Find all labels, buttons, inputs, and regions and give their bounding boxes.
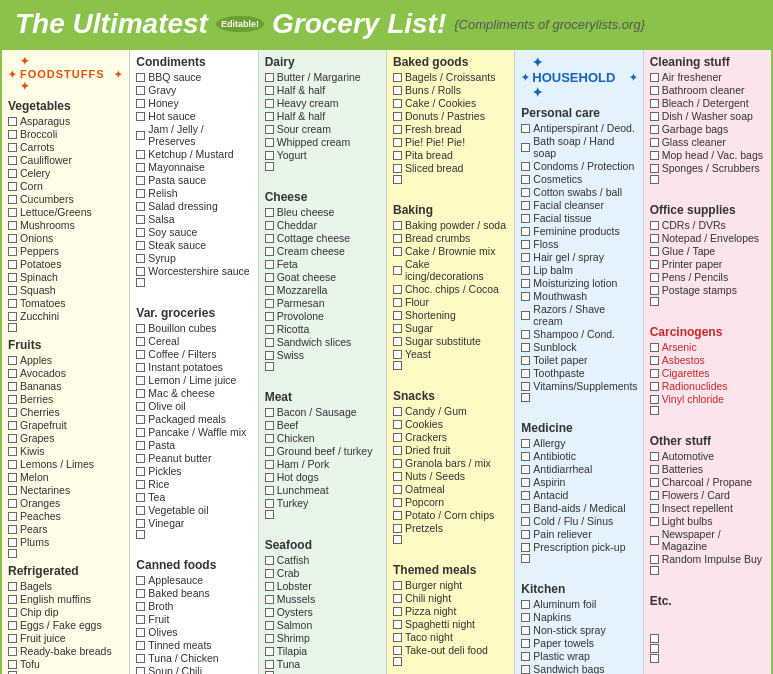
- baked-list-checkbox-7[interactable]: [393, 164, 402, 173]
- vegetables-list-checkbox-3[interactable]: [8, 156, 17, 165]
- var-list-checkbox-0[interactable]: [136, 324, 145, 333]
- var-list-checkbox-10[interactable]: [136, 454, 145, 463]
- cheese-list-checkbox-1[interactable]: [265, 221, 274, 230]
- carcinogens-list-checkbox-2[interactable]: [650, 369, 659, 378]
- themed-list-checkbox-5[interactable]: [393, 646, 402, 655]
- vegetables-list-checkbox-10[interactable]: [8, 247, 17, 256]
- kitchen-list-checkbox-0[interactable]: [521, 600, 530, 609]
- refrigerated-list-checkbox-6[interactable]: [8, 660, 17, 669]
- condiments-list-checkbox-10[interactable]: [136, 215, 145, 224]
- office-list-checkbox-2[interactable]: [650, 247, 659, 256]
- meat-list-checkbox-3[interactable]: [265, 447, 274, 456]
- seafood-list-checkbox-0[interactable]: [265, 556, 274, 565]
- office-list-checkbox-1[interactable]: [650, 234, 659, 243]
- snacks-list-checkbox-empty[interactable]: [393, 535, 402, 544]
- condiments-list-checkbox-14[interactable]: [136, 267, 145, 276]
- seafood-list-checkbox-4[interactable]: [265, 608, 274, 617]
- meat-list-checkbox-4[interactable]: [265, 460, 274, 469]
- cheese-list-checkbox-empty[interactable]: [265, 362, 274, 371]
- var-list-checkbox-3[interactable]: [136, 363, 145, 372]
- baking-list-checkbox-1[interactable]: [393, 234, 402, 243]
- baking-list-checkbox-8[interactable]: [393, 337, 402, 346]
- baking-list-checkbox-2[interactable]: [393, 247, 402, 256]
- seafood-list-checkbox-1[interactable]: [265, 569, 274, 578]
- other-list-checkbox-3[interactable]: [650, 491, 659, 500]
- other-list-checkbox-1[interactable]: [650, 465, 659, 474]
- fruits-list-checkbox-11[interactable]: [8, 499, 17, 508]
- other-list-checkbox-2[interactable]: [650, 478, 659, 487]
- snacks-list-checkbox-2[interactable]: [393, 433, 402, 442]
- medicine-list-checkbox-4[interactable]: [521, 491, 530, 500]
- meat-list-checkbox-1[interactable]: [265, 421, 274, 430]
- fruits-list-checkbox-2[interactable]: [8, 382, 17, 391]
- cleaning-list-checkbox-0[interactable]: [650, 73, 659, 82]
- office-list-checkbox-3[interactable]: [650, 260, 659, 269]
- dairy-list-checkbox-4[interactable]: [265, 125, 274, 134]
- themed-list-checkbox-2[interactable]: [393, 607, 402, 616]
- condiments-list-checkbox-11[interactable]: [136, 228, 145, 237]
- personal-list-checkbox-0[interactable]: [521, 124, 530, 133]
- seafood-list-checkbox-8[interactable]: [265, 660, 274, 669]
- fruits-list-checkbox-empty[interactable]: [8, 549, 17, 558]
- personal-list-checkbox-3[interactable]: [521, 175, 530, 184]
- dairy-list-checkbox-1[interactable]: [265, 86, 274, 95]
- var-list-checkbox-1[interactable]: [136, 337, 145, 346]
- dairy-list-checkbox-6[interactable]: [265, 151, 274, 160]
- medicine-list-checkbox-0[interactable]: [521, 439, 530, 448]
- canned-list-checkbox-1[interactable]: [136, 589, 145, 598]
- personal-list-checkbox-7[interactable]: [521, 227, 530, 236]
- personal-list-checkbox-18[interactable]: [521, 382, 530, 391]
- vegetables-list-checkbox-6[interactable]: [8, 195, 17, 204]
- kitchen-list-checkbox-2[interactable]: [521, 626, 530, 635]
- canned-list-checkbox-3[interactable]: [136, 615, 145, 624]
- fruits-list-checkbox-9[interactable]: [8, 473, 17, 482]
- fruits-list-checkbox-7[interactable]: [8, 447, 17, 456]
- var-list-checkbox-8[interactable]: [136, 428, 145, 437]
- personal-list-checkbox-9[interactable]: [521, 253, 530, 262]
- vegetables-list-checkbox-13[interactable]: [8, 286, 17, 295]
- snacks-list-checkbox-4[interactable]: [393, 459, 402, 468]
- seafood-list-checkbox-5[interactable]: [265, 621, 274, 630]
- vegetables-list-checkbox-8[interactable]: [8, 221, 17, 230]
- carcinogens-list-checkbox-4[interactable]: [650, 395, 659, 404]
- var-list-checkbox-5[interactable]: [136, 389, 145, 398]
- personal-list-checkbox-6[interactable]: [521, 214, 530, 223]
- baking-list-checkbox-6[interactable]: [393, 311, 402, 320]
- cheese-list-checkbox-4[interactable]: [265, 260, 274, 269]
- medicine-list-checkbox-5[interactable]: [521, 504, 530, 513]
- var-list-checkbox-2[interactable]: [136, 350, 145, 359]
- canned-list-checkbox-4[interactable]: [136, 628, 145, 637]
- etc-checkbox-3[interactable]: [650, 654, 659, 663]
- other-list-checkbox-7[interactable]: [650, 555, 659, 564]
- other-list-checkbox-4[interactable]: [650, 504, 659, 513]
- vegetables-list-checkbox-1[interactable]: [8, 130, 17, 139]
- var-list-checkbox-7[interactable]: [136, 415, 145, 424]
- snacks-list-checkbox-3[interactable]: [393, 446, 402, 455]
- fruits-list-checkbox-12[interactable]: [8, 512, 17, 521]
- meat-list-checkbox-empty[interactable]: [265, 510, 274, 519]
- themed-list-checkbox-empty[interactable]: [393, 657, 402, 666]
- fruits-list-checkbox-1[interactable]: [8, 369, 17, 378]
- snacks-list-checkbox-7[interactable]: [393, 498, 402, 507]
- var-list-checkbox-13[interactable]: [136, 493, 145, 502]
- medicine-list-checkbox-7[interactable]: [521, 530, 530, 539]
- carcinogens-list-checkbox-1[interactable]: [650, 356, 659, 365]
- var-list-checkbox-14[interactable]: [136, 506, 145, 515]
- personal-list-checkbox-8[interactable]: [521, 240, 530, 249]
- office-list-checkbox-empty[interactable]: [650, 297, 659, 306]
- baked-list-checkbox-5[interactable]: [393, 138, 402, 147]
- fruits-list-checkbox-14[interactable]: [8, 538, 17, 547]
- baking-list-checkbox-4[interactable]: [393, 285, 402, 294]
- themed-list-checkbox-4[interactable]: [393, 633, 402, 642]
- condiments-list-checkbox-5[interactable]: [136, 150, 145, 159]
- medicine-list-checkbox-2[interactable]: [521, 465, 530, 474]
- cleaning-list-checkbox-3[interactable]: [650, 112, 659, 121]
- baking-list-checkbox-9[interactable]: [393, 350, 402, 359]
- condiments-list-checkbox-0[interactable]: [136, 73, 145, 82]
- personal-list-checkbox-2[interactable]: [521, 162, 530, 171]
- cleaning-list-checkbox-4[interactable]: [650, 125, 659, 134]
- office-list-checkbox-5[interactable]: [650, 286, 659, 295]
- personal-list-checkbox-empty[interactable]: [521, 393, 530, 402]
- themed-list-checkbox-3[interactable]: [393, 620, 402, 629]
- condiments-list-checkbox-8[interactable]: [136, 189, 145, 198]
